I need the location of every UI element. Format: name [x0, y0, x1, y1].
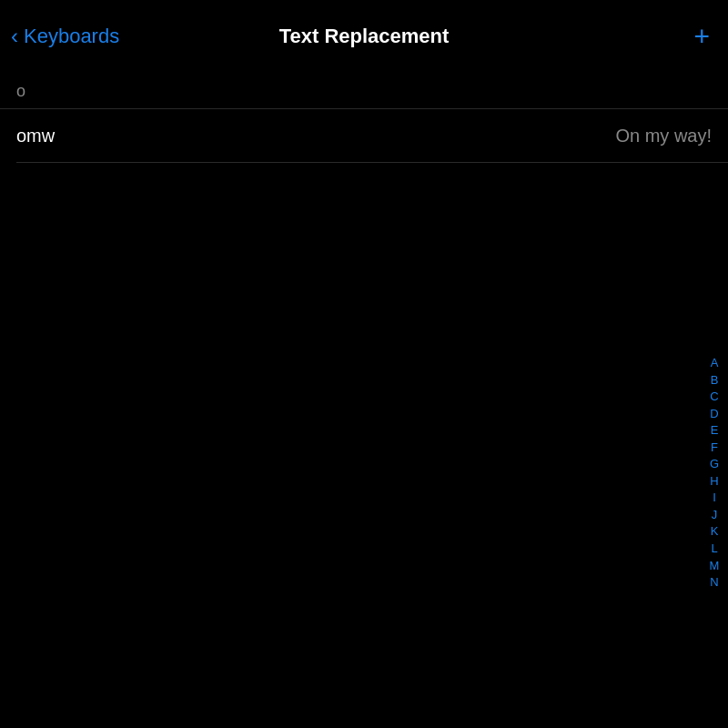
alpha-C[interactable]: C — [706, 389, 723, 405]
alpha-D[interactable]: D — [706, 406, 723, 422]
back-label: Keyboards — [24, 25, 119, 48]
alpha-L[interactable]: L — [706, 541, 723, 557]
chevron-left-icon: ‹ — [11, 25, 18, 47]
back-button[interactable]: ‹ Keyboards — [11, 25, 119, 48]
add-button[interactable]: + — [693, 23, 710, 50]
alpha-G[interactable]: G — [706, 456, 723, 472]
alpha-I[interactable]: I — [706, 490, 723, 506]
shortcut-text: omw — [16, 126, 55, 147]
alpha-A[interactable]: A — [706, 355, 723, 371]
alpha-J[interactable]: J — [706, 507, 723, 523]
alpha-K[interactable]: K — [706, 523, 723, 540]
divider-bottom — [16, 162, 728, 163]
list-item[interactable]: omw On my way! — [0, 109, 728, 162]
alpha-H[interactable]: H — [706, 473, 723, 490]
nav-bar: ‹ Keyboards Text Replacement + — [0, 0, 728, 73]
alpha-B[interactable]: B — [706, 372, 723, 389]
alpha-N[interactable]: N — [706, 574, 723, 591]
section-letter: o — [16, 82, 25, 100]
alpha-E[interactable]: E — [706, 422, 723, 439]
alpha-F[interactable]: F — [706, 440, 723, 456]
phrase-text: On my way! — [615, 126, 712, 147]
alpha-M[interactable]: M — [706, 558, 723, 574]
section-header-o: o — [0, 73, 728, 108]
alphabet-index: A B C D E F G H I J K L M N — [706, 355, 723, 591]
page-title: Text Replacement — [279, 25, 450, 48]
